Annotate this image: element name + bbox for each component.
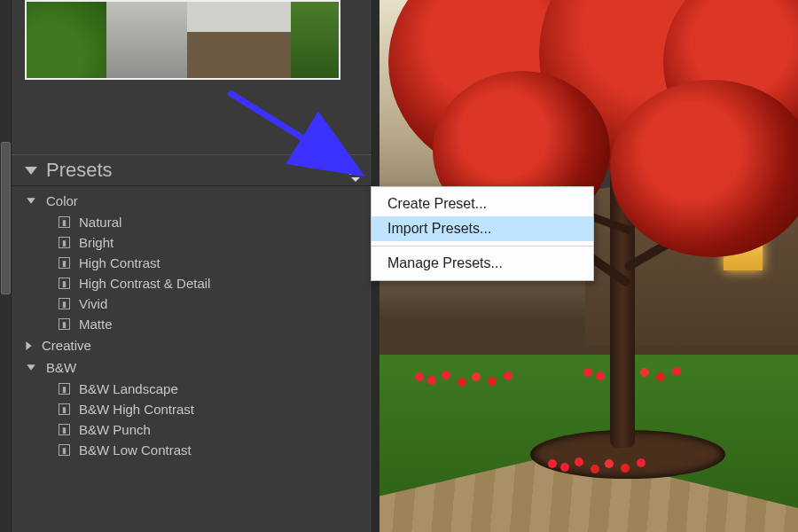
preset-item[interactable]: ▮High Contrast xyxy=(34,253,372,273)
thumb-region xyxy=(187,2,291,78)
plus-icon: + xyxy=(345,161,356,179)
preset-icon: ▮ xyxy=(59,318,70,330)
chevron-right-icon xyxy=(26,341,31,350)
preset-item[interactable]: ▮Vivid xyxy=(34,293,372,314)
preset-item-label: High Contrast & Detail xyxy=(79,276,210,291)
preset-icon: ▮ xyxy=(59,216,70,228)
preset-item[interactable]: ▮Natural xyxy=(34,212,372,232)
preset-item-label: B&W Punch xyxy=(79,422,151,437)
preset-group[interactable]: B&W xyxy=(25,356,372,379)
preset-group-label: Creative xyxy=(42,338,91,353)
preset-item[interactable]: ▮B&W High Contrast xyxy=(34,399,372,419)
preset-item-label: Natural xyxy=(79,215,121,230)
presets-context-menu: Create Preset...Import Presets...Manage … xyxy=(371,186,594,281)
preset-group[interactable]: Creative xyxy=(25,334,372,356)
menu-item[interactable]: Import Presets... xyxy=(372,216,593,241)
preset-item-label: B&W Landscape xyxy=(79,381,178,396)
add-preset-button[interactable]: + xyxy=(341,161,359,179)
scene-flowers xyxy=(415,372,424,381)
presets-tree: Color▮Natural▮Bright▮High Contrast▮High … xyxy=(0,186,372,460)
scene-flowers xyxy=(548,459,557,468)
preset-item-label: B&W High Contrast xyxy=(79,402,194,417)
app-root: Presets + Color▮Natural▮Bright▮High Cont… xyxy=(0,0,798,532)
preset-icon: ▮ xyxy=(59,257,70,269)
preset-item[interactable]: ▮B&W Low Contrast xyxy=(34,440,372,460)
preset-icon: ▮ xyxy=(59,278,70,289)
preset-icon: ▮ xyxy=(59,403,70,415)
preview-area xyxy=(0,0,372,92)
panel-scrollbar[interactable] xyxy=(0,0,12,532)
preset-icon: ▮ xyxy=(59,237,70,248)
preset-icon: ▮ xyxy=(59,444,70,456)
preset-group-label: Color xyxy=(46,193,78,208)
chevron-down-icon xyxy=(25,167,37,175)
preset-item[interactable]: ▮Matte xyxy=(34,314,372,334)
preset-item[interactable]: ▮High Contrast & Detail xyxy=(34,273,372,293)
preset-group[interactable]: Color xyxy=(25,190,372,212)
panel-title-label: Presets xyxy=(46,159,113,182)
preset-item-label: B&W Low Contrast xyxy=(79,442,192,458)
preset-item[interactable]: ▮Bright xyxy=(34,232,372,253)
preset-icon: ▮ xyxy=(59,298,70,309)
preset-icon: ▮ xyxy=(59,383,70,395)
preset-item-label: High Contrast xyxy=(79,255,160,270)
menu-item[interactable]: Manage Presets... xyxy=(372,251,593,276)
presets-panel-title: Presets xyxy=(25,159,113,182)
preset-item-label: Bright xyxy=(79,235,113,250)
preset-item-label: Matte xyxy=(79,317,113,332)
thumb-region xyxy=(27,2,106,78)
panel-scrollbar-thumb[interactable] xyxy=(1,142,11,294)
thumb-region xyxy=(106,2,186,78)
preset-group-label: B&W xyxy=(46,360,76,375)
chevron-down-icon xyxy=(27,364,35,370)
chevron-down-icon xyxy=(27,198,35,203)
preset-icon: ▮ xyxy=(59,424,70,435)
left-panel: Presets + Color▮Natural▮Bright▮High Cont… xyxy=(0,0,372,532)
menu-item[interactable]: Create Preset... xyxy=(372,192,593,216)
menu-separator xyxy=(372,246,593,246)
preset-item[interactable]: ▮B&W Landscape xyxy=(34,379,372,399)
preset-item-label: Vivid xyxy=(79,296,107,311)
scene-flowers xyxy=(583,368,592,377)
thumb-region xyxy=(291,2,339,78)
preset-item[interactable]: ▮B&W Punch xyxy=(34,419,372,440)
preview-thumbnail[interactable] xyxy=(25,0,340,80)
presets-panel-header[interactable]: Presets + xyxy=(0,154,372,186)
